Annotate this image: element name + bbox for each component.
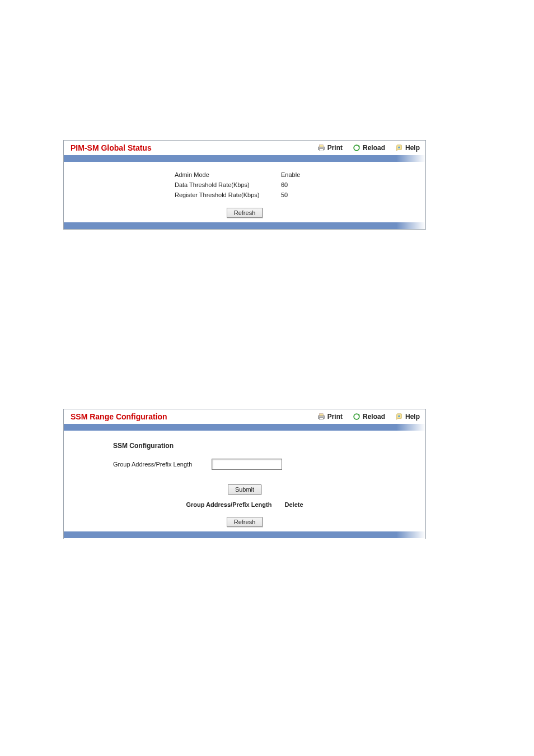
panel2-titlebar: SSM Range Configuration Print <box>64 409 425 424</box>
panel1-title: PIM-SM Global Status <box>71 143 152 152</box>
pim-sm-status-panel: PIM-SM Global Status Print <box>63 140 426 230</box>
status-row: Register Threshold Rate(Kbps) 50 <box>175 190 425 200</box>
panel1-button-row: Refresh <box>64 208 425 218</box>
reload-label: Reload <box>363 144 385 152</box>
reload-icon <box>353 144 360 152</box>
svg-point-3 <box>354 145 359 151</box>
svg-rect-2 <box>319 149 323 151</box>
status-value: Enable <box>281 170 300 180</box>
print-icon <box>317 144 325 152</box>
print-icon <box>317 413 325 421</box>
group-address-label: Group Address/Prefix Length <box>113 461 212 468</box>
print-button[interactable]: Print <box>317 144 343 152</box>
help-button[interactable]: Help <box>395 413 420 421</box>
page: PIM-SM Global Status Print <box>0 0 534 756</box>
svg-point-9 <box>354 414 359 419</box>
refresh-button[interactable]: Refresh <box>227 208 263 218</box>
help-icon <box>395 144 403 152</box>
svg-point-11 <box>398 415 400 417</box>
status-label: Data Threshold Rate(Kbps) <box>175 180 281 190</box>
reload-label: Reload <box>363 413 385 421</box>
svg-marker-10 <box>358 414 360 416</box>
help-label: Help <box>405 144 420 152</box>
ssm-config-panel: SSM Range Configuration Print <box>63 409 426 539</box>
reload-icon <box>353 413 360 421</box>
help-button[interactable]: Help <box>395 144 420 152</box>
panel2-bluebar-bottom <box>64 531 425 538</box>
svg-rect-7 <box>319 414 323 416</box>
reload-button[interactable]: Reload <box>353 413 385 421</box>
status-table: Admin Mode Enable Data Threshold Rate(Kb… <box>175 170 425 200</box>
status-value: 60 <box>281 180 288 190</box>
reload-button[interactable]: Reload <box>353 144 385 152</box>
svg-marker-4 <box>358 145 360 147</box>
print-label: Print <box>327 413 343 421</box>
print-label: Print <box>327 144 343 152</box>
group-address-input[interactable] <box>212 459 282 470</box>
ssm-section-heading: SSM Configuration <box>113 442 425 450</box>
print-button[interactable]: Print <box>317 413 343 421</box>
status-row: Admin Mode Enable <box>175 170 425 180</box>
status-value: 50 <box>281 190 288 200</box>
help-icon <box>395 413 403 421</box>
status-row: Data Threshold Rate(Kbps) 60 <box>175 180 425 190</box>
panel2-title: SSM Range Configuration <box>71 412 167 421</box>
group-address-row: Group Address/Prefix Length <box>113 459 425 470</box>
submit-row: Submit <box>64 484 425 494</box>
svg-rect-8 <box>319 418 323 420</box>
help-label: Help <box>405 413 420 421</box>
svg-rect-1 <box>319 145 323 147</box>
col-group-address: Group Address/Prefix Length <box>186 501 271 508</box>
col-delete: Delete <box>285 501 303 508</box>
panel1-titlebar: PIM-SM Global Status Print <box>64 141 425 155</box>
panel1-bluebar-top <box>64 155 425 162</box>
panel1-body: Admin Mode Enable Data Threshold Rate(Kb… <box>64 162 425 226</box>
panel1-bluebar-bottom <box>64 222 425 229</box>
refresh-button[interactable]: Refresh <box>227 517 263 527</box>
status-label: Register Threshold Rate(Kbps) <box>175 190 281 200</box>
panel2-body: SSM Configuration Group Address/Prefix L… <box>64 431 425 539</box>
list-header-row: Group Address/Prefix Length Delete <box>64 501 425 508</box>
svg-point-5 <box>398 146 400 148</box>
refresh-row: Refresh <box>64 517 425 527</box>
status-label: Admin Mode <box>175 170 281 180</box>
submit-button[interactable]: Submit <box>228 484 261 494</box>
panel2-bluebar-top <box>64 424 425 431</box>
